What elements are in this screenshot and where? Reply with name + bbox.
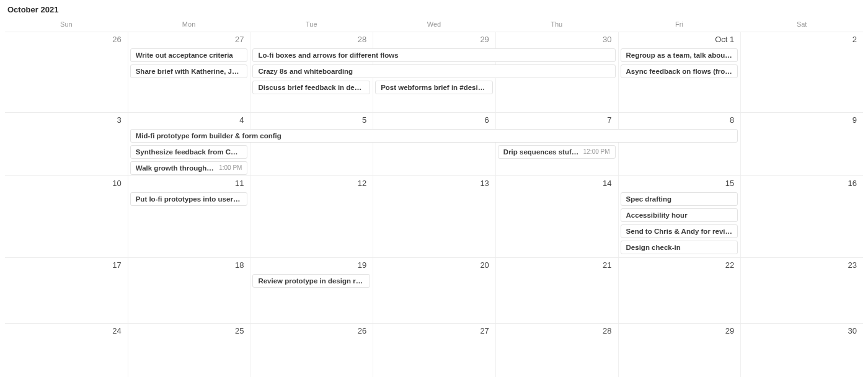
day-number: 8 — [618, 113, 741, 129]
calendar-weeks: 2627282930Oct 12Write out acceptance cri… — [5, 32, 863, 377]
day-number: 10 — [5, 176, 128, 192]
event-title: Lo-fi boxes and arrows for different flo… — [258, 48, 609, 62]
day-number: 16 — [740, 176, 863, 192]
calendar-event[interactable]: Discuss brief feedback in design check-i… — [252, 81, 370, 94]
event-title: Crazy 8s and whiteboarding — [258, 64, 609, 78]
day-number: 7 — [495, 113, 618, 129]
day-number: 29 — [618, 324, 741, 340]
weekday-header: Tue — [250, 18, 373, 32]
day-number: 23 — [740, 258, 863, 274]
calendar-week-row: 3456789Mid-fi prototype form builder & f… — [5, 113, 863, 176]
calendar-event[interactable]: Lo-fi boxes and arrows for different flo… — [252, 48, 615, 62]
event-title: Spec drafting — [626, 192, 733, 206]
day-number: 24 — [5, 324, 128, 340]
event-title: Async feedback on flows (from full desig… — [626, 64, 733, 78]
day-number: 29 — [373, 32, 495, 48]
event-title: Share brief with Katherine, Jared, Chris — [136, 64, 242, 78]
event-title: Regroup as a team, talk about approach — [626, 48, 733, 62]
day-number: 20 — [373, 258, 495, 274]
weekday-header: Fri — [618, 18, 741, 32]
event-title: Review prototype in design review — [258, 274, 365, 288]
day-number: 27 — [128, 32, 250, 48]
day-number: 26 — [250, 324, 373, 340]
calendar-event[interactable]: Share brief with Katherine, Jared, Chris — [130, 64, 248, 78]
event-time: 12:00 PM — [583, 145, 610, 159]
calendar-week-row: 17181920212223Review prototype in design… — [5, 258, 863, 324]
calendar-event[interactable]: Write out acceptance criteria — [130, 48, 248, 62]
day-number: 25 — [128, 324, 250, 340]
calendar-week-row: 2627282930Oct 12Write out acceptance cri… — [5, 32, 863, 113]
day-number: 28 — [495, 324, 618, 340]
event-time: 1:00 PM — [219, 161, 242, 175]
day-number: 13 — [373, 176, 495, 192]
weekday-header: Wed — [373, 18, 495, 32]
day-number: 30 — [740, 324, 863, 340]
day-number: 2 — [740, 32, 863, 48]
day-number: Oct 1 — [618, 32, 741, 48]
event-title: Walk growth through prototype — [136, 161, 215, 175]
day-number: 12 — [250, 176, 373, 192]
calendar-event[interactable]: Walk growth through prototype1:00 PM — [130, 161, 248, 175]
calendar-week-row: 24252627282930 — [5, 324, 863, 377]
day-number: 17 — [5, 258, 128, 274]
calendar-event[interactable]: Design check-in — [621, 241, 738, 254]
day-number: 4 — [128, 113, 250, 129]
day-number: 18 — [128, 258, 250, 274]
event-title: Drip sequences stuff (2 hrs) — [503, 145, 580, 159]
day-number: 6 — [373, 113, 495, 129]
day-number: 27 — [373, 324, 495, 340]
calendar-event[interactable]: Review prototype in design review — [252, 274, 370, 288]
day-number: 3 — [5, 113, 128, 129]
event-title: Design check-in — [626, 241, 733, 254]
day-number: 26 — [5, 32, 128, 48]
day-number: 19 — [250, 258, 373, 274]
calendar-event[interactable]: Drip sequences stuff (2 hrs)12:00 PM — [498, 145, 616, 159]
day-number: 15 — [618, 176, 741, 192]
calendar-event[interactable]: Mid-fi prototype form builder & form con… — [130, 129, 738, 143]
calendar-event[interactable]: Spec drafting — [621, 192, 738, 206]
event-title: Write out acceptance criteria — [136, 48, 242, 62]
day-number: 11 — [128, 176, 250, 192]
event-title: Post webforms brief in #design channel — [381, 81, 487, 94]
calendar-event[interactable]: Async feedback on flows (from full desig… — [621, 64, 738, 78]
calendar-title: October 2021 — [7, 5, 863, 14]
day-number: 30 — [495, 32, 618, 48]
event-title: Accessibility hour — [626, 208, 733, 222]
weekday-header-row: SunMonTueWedThuFriSat — [5, 18, 863, 32]
day-number: 14 — [495, 176, 618, 192]
weekday-header: Mon — [128, 18, 250, 32]
calendar-month-view: October 2021 SunMonTueWedThuFriSat 26272… — [0, 0, 868, 377]
calendar-event[interactable]: Put lo-fi prototypes into userbrain — [130, 192, 248, 206]
weekday-header: Sun — [5, 18, 128, 32]
calendar-event[interactable]: Crazy 8s and whiteboarding — [252, 64, 615, 78]
day-number: 28 — [250, 32, 373, 48]
calendar-event[interactable]: Regroup as a team, talk about approach — [621, 48, 738, 62]
day-number: 9 — [740, 113, 863, 129]
day-number: 22 — [618, 258, 741, 274]
event-title: Send to Chris & Andy for review — [626, 224, 733, 238]
day-number: 5 — [250, 113, 373, 129]
event-title: Synthesize feedback from Chris & Andy — [136, 145, 242, 159]
calendar-event[interactable]: Accessibility hour — [621, 208, 738, 222]
event-title: Discuss brief feedback in design check-i… — [258, 81, 365, 94]
event-title: Put lo-fi prototypes into userbrain — [136, 192, 242, 206]
calendar-event[interactable]: Post webforms brief in #design channel — [375, 81, 493, 94]
weekday-header: Thu — [495, 18, 618, 32]
day-number: 21 — [495, 258, 618, 274]
calendar-week-row: 10111213141516Put lo-fi prototypes into … — [5, 176, 863, 258]
weekday-header: Sat — [740, 18, 863, 32]
calendar-event[interactable]: Send to Chris & Andy for review — [621, 224, 738, 238]
event-title: Mid-fi prototype form builder & form con… — [136, 129, 733, 143]
calendar-event[interactable]: Synthesize feedback from Chris & Andy — [130, 145, 248, 159]
